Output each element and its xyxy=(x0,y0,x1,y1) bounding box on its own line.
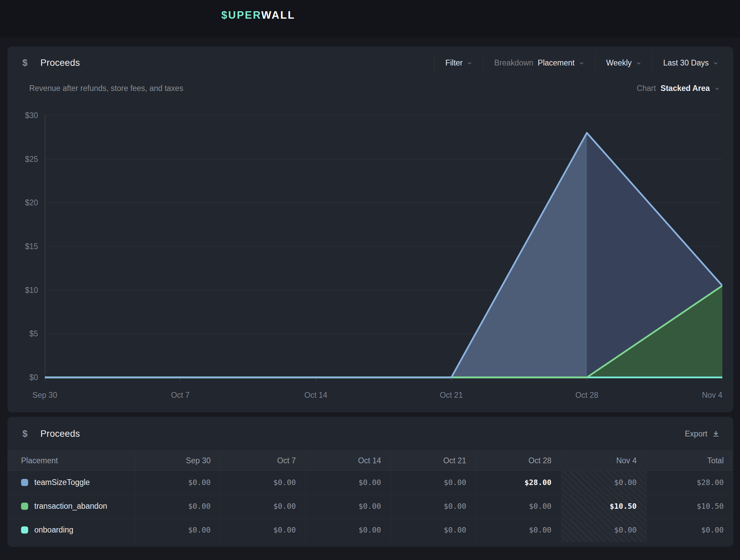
x-axis-label: Sep 30 xyxy=(21,390,69,400)
series-color-swatch xyxy=(21,479,28,486)
chevron-down-icon xyxy=(579,61,584,66)
chevron-down-icon xyxy=(636,61,641,66)
value-cell: $0.00 xyxy=(306,518,391,542)
placement-cell[interactable]: transaction_abandon xyxy=(7,494,135,518)
value-cell: $0.00 xyxy=(220,518,306,542)
y-axis-label: $15 xyxy=(10,241,38,251)
x-axis-label: Oct 14 xyxy=(292,390,339,400)
chart-type-value: Stacked Area xyxy=(661,84,710,93)
area-teamSizeToggle xyxy=(45,133,722,377)
filter-label: Filter xyxy=(445,58,463,68)
value-cell: $28.00 xyxy=(646,471,733,494)
page: $UPERWALL $ Proceeds Filter Breakdown Pl… xyxy=(0,0,740,560)
placement-label: transaction_abandon xyxy=(34,502,107,511)
column-header-total: Total xyxy=(646,451,733,471)
table-row: transaction_abandon$0.00$0.00$0.00$0.00$… xyxy=(7,494,733,518)
value-cell: $0.00 xyxy=(476,494,561,518)
y-axis-label: $5 xyxy=(10,329,38,339)
column-header-placement: Placement xyxy=(7,451,135,471)
proceeds-table: PlacementSep 30Oct 7Oct 14Oct 21Oct 28No… xyxy=(7,451,733,542)
value-cell: $0.00 xyxy=(476,518,561,542)
table-header-row: PlacementSep 30Oct 7Oct 14Oct 21Oct 28No… xyxy=(7,451,733,471)
x-axis-label: Oct 7 xyxy=(156,390,204,400)
y-axis-label: $0 xyxy=(10,372,38,382)
download-icon xyxy=(712,430,720,437)
logo-rest-text: WALL xyxy=(261,9,295,21)
chart-header-controls: Filter Breakdown Placement Weekly Last 3… xyxy=(434,53,720,72)
column-header-sep-30: Sep 30 xyxy=(135,451,220,471)
column-header-oct-28: Oct 28 xyxy=(476,451,561,471)
placement-cell[interactable]: onboarding xyxy=(7,518,135,542)
series-color-swatch xyxy=(21,503,28,510)
chart-panel-header: $ Proceeds Filter Breakdown Placement We… xyxy=(7,46,733,79)
column-header-oct-14: Oct 14 xyxy=(306,451,391,471)
date-range-dropdown[interactable]: Last 30 Days xyxy=(652,58,720,68)
y-axis-label: $20 xyxy=(10,198,38,208)
x-axis-label: Oct 28 xyxy=(563,390,611,400)
top-nav-bar: $UPERWALL xyxy=(0,0,740,38)
dollar-icon: $ xyxy=(22,58,27,68)
stacked-area-chart[interactable] xyxy=(45,114,722,382)
export-button[interactable]: Export xyxy=(685,429,720,438)
x-axis-label: Oct 21 xyxy=(428,390,475,400)
value-cell: $0.00 xyxy=(561,518,646,542)
interval-value: Weekly xyxy=(606,58,632,68)
y-axis-label: $10 xyxy=(10,285,38,295)
chart-subtitle-row: Revenue after refunds, store fees, and t… xyxy=(7,79,733,93)
breakdown-value: Placement xyxy=(538,58,575,68)
y-axis-label: $25 xyxy=(10,154,38,164)
value-cell: $0.00 xyxy=(391,518,476,542)
series-color-swatch xyxy=(21,526,28,534)
breakdown-label: Breakdown xyxy=(494,58,533,68)
date-range-value: Last 30 Days xyxy=(663,58,709,68)
column-header-oct-7: Oct 7 xyxy=(220,451,306,471)
chart-panel-title-group: $ Proceeds xyxy=(22,58,80,68)
interval-dropdown[interactable]: Weekly xyxy=(595,58,652,68)
column-header-nov-4: Nov 4 xyxy=(561,451,646,471)
table-panel-header: $ Proceeds Export xyxy=(7,417,733,451)
value-cell: $0.00 xyxy=(135,518,220,542)
table-row: onboarding$0.00$0.00$0.00$0.00$0.00$0.00… xyxy=(7,518,733,542)
table-panel-title-group: $ Proceeds xyxy=(22,429,80,439)
chart-type-label: Chart xyxy=(637,84,656,93)
value-cell: $0.00 xyxy=(561,471,646,494)
y-axis-label: $30 xyxy=(10,110,38,120)
chart-type-dropdown[interactable]: Chart Stacked Area xyxy=(637,84,720,93)
proceeds-chart-panel: $ Proceeds Filter Breakdown Placement We… xyxy=(7,46,733,412)
value-cell: $0.00 xyxy=(220,471,306,494)
chevron-down-icon xyxy=(713,61,718,66)
logo-accent-text: $UPER xyxy=(221,9,261,21)
table-panel-title: Proceeds xyxy=(40,429,80,439)
value-cell: $10.50 xyxy=(646,494,733,518)
export-label: Export xyxy=(685,429,707,438)
chevron-down-icon xyxy=(467,61,472,66)
value-cell: $0.00 xyxy=(391,494,476,518)
superwall-logo[interactable]: $UPERWALL xyxy=(221,10,295,21)
placement-label: onboarding xyxy=(34,525,73,535)
value-cell: $0.00 xyxy=(306,494,391,518)
placement-label: teamSizeToggle xyxy=(34,478,90,487)
table-row: teamSizeToggle$0.00$0.00$0.00$0.00$28.00… xyxy=(7,471,733,494)
chevron-down-icon xyxy=(715,86,720,91)
filter-dropdown[interactable]: Filter xyxy=(434,58,483,68)
x-axis-label: Nov 4 xyxy=(675,390,722,400)
proceeds-table-panel: $ Proceeds Export PlacementSep 30Oct 7Oc… xyxy=(7,417,733,547)
breakdown-dropdown[interactable]: Breakdown Placement xyxy=(483,58,595,68)
chart-panel-title: Proceeds xyxy=(40,58,80,68)
value-cell: $0.00 xyxy=(646,518,733,542)
value-cell: $0.00 xyxy=(220,494,306,518)
value-cell: $0.00 xyxy=(306,471,391,494)
column-header-oct-21: Oct 21 xyxy=(391,451,476,471)
chart-subtitle: Revenue after refunds, store fees, and t… xyxy=(29,84,183,93)
value-cell: $28.00 xyxy=(476,471,561,494)
value-cell: $0.00 xyxy=(391,471,476,494)
placement-cell[interactable]: teamSizeToggle xyxy=(7,471,135,494)
dollar-icon: $ xyxy=(22,429,27,439)
value-cell: $0.00 xyxy=(135,471,220,494)
value-cell: $10.50 xyxy=(561,494,646,518)
value-cell: $0.00 xyxy=(135,494,220,518)
